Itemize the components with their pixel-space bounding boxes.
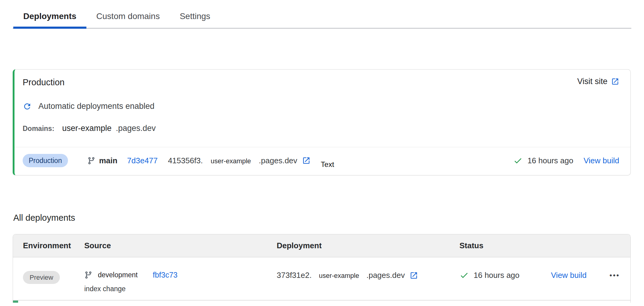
domains-label: Domains: bbox=[23, 125, 54, 133]
domain-suffix: .pages.dev bbox=[116, 124, 156, 133]
text-annotation: Text bbox=[321, 160, 334, 169]
deployment-url-prefix: 415356f3. bbox=[168, 156, 203, 165]
all-deployments-heading: All deployments bbox=[13, 213, 644, 223]
table-header-row: Environment Source Deployment Status bbox=[13, 234, 630, 257]
tab-deployments[interactable]: Deployments bbox=[13, 0, 86, 29]
column-header-deployment: Deployment bbox=[277, 241, 459, 250]
visit-site-label: Visit site bbox=[577, 77, 607, 86]
domain-name: user-example bbox=[62, 124, 112, 133]
deployment-url-suffix: .pages.dev bbox=[366, 271, 405, 280]
next-row-peek bbox=[13, 300, 630, 303]
deployment-url-prefix: 373f31e2. bbox=[277, 271, 312, 280]
deployment-url-name: user-example bbox=[319, 272, 359, 280]
tab-custom-domains[interactable]: Custom domains bbox=[86, 0, 170, 29]
next-row-green-indicator bbox=[13, 301, 18, 303]
view-build-link[interactable]: View build bbox=[584, 156, 619, 165]
auto-deployments-status: Automatic deployments enabled bbox=[38, 102, 154, 111]
table-row: Preview development fbf3c73 index change… bbox=[13, 257, 630, 300]
production-deployment-row: Production main 7d3e477 415356f3. user-e… bbox=[14, 147, 630, 174]
deployment-time: 16 hours ago bbox=[474, 271, 520, 280]
tab-settings[interactable]: Settings bbox=[170, 0, 220, 29]
environment-badge: Production bbox=[23, 154, 68, 167]
deployment-url-suffix: .pages.dev bbox=[259, 156, 297, 165]
refresh-icon bbox=[23, 102, 32, 111]
environment-badge: Preview bbox=[23, 271, 60, 284]
git-branch-icon bbox=[84, 271, 92, 279]
external-link-icon[interactable] bbox=[302, 156, 311, 165]
more-options-button[interactable]: ••• bbox=[610, 271, 630, 280]
column-header-environment: Environment bbox=[13, 241, 84, 250]
git-branch-icon bbox=[87, 157, 95, 165]
branch-name: development bbox=[98, 271, 138, 279]
check-icon bbox=[459, 271, 469, 280]
visit-site-link[interactable]: Visit site bbox=[577, 77, 619, 86]
commit-message: index change bbox=[84, 285, 277, 293]
check-icon bbox=[513, 156, 523, 165]
deployment-url-name: user-example bbox=[211, 157, 251, 165]
production-card-title: Production bbox=[23, 77, 65, 88]
external-link-icon[interactable] bbox=[410, 271, 418, 280]
external-link-icon bbox=[611, 77, 619, 86]
branch-name: main bbox=[99, 156, 118, 165]
column-header-status: Status bbox=[459, 241, 551, 250]
deployment-time: 16 hours ago bbox=[527, 156, 573, 165]
commit-link[interactable]: 7d3e477 bbox=[127, 156, 158, 165]
commit-link[interactable]: fbf3c73 bbox=[153, 271, 178, 279]
tab-bar: Deployments Custom domains Settings bbox=[0, 0, 644, 29]
production-card: Production Visit site Automatic deployme… bbox=[13, 69, 631, 175]
view-build-link[interactable]: View build bbox=[551, 271, 587, 280]
deployments-table: Environment Source Deployment Status Pre… bbox=[13, 234, 631, 303]
column-header-source: Source bbox=[84, 241, 277, 250]
